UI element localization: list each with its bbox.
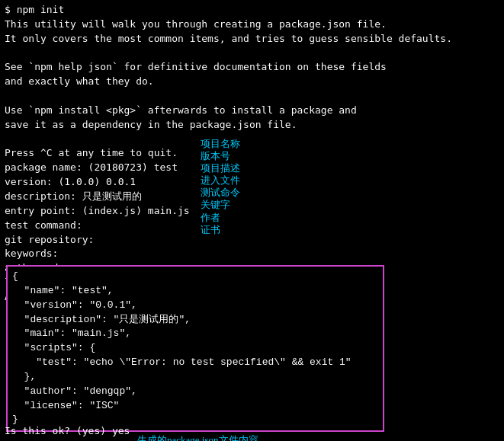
bottom-prompt: Is this ok? (yes) yes (5, 424, 130, 435)
label-json-content: 生成的package.json文件内容 (137, 433, 258, 441)
final-prompt: Is this ok? (yes) yes (5, 424, 130, 439)
json-content: { "name": "test", "version": "0.0.1", "d… (12, 270, 378, 427)
terminal-output: $ npm init This utility will walk you th… (5, 3, 499, 305)
terminal-window: $ npm init This utility will walk you th… (0, 0, 504, 441)
json-output-block: { "name": "test", "version": "0.0.1", "d… (6, 265, 384, 432)
label-keywords: 关键字 (201, 198, 230, 212)
label-license: 证书 (201, 223, 220, 237)
